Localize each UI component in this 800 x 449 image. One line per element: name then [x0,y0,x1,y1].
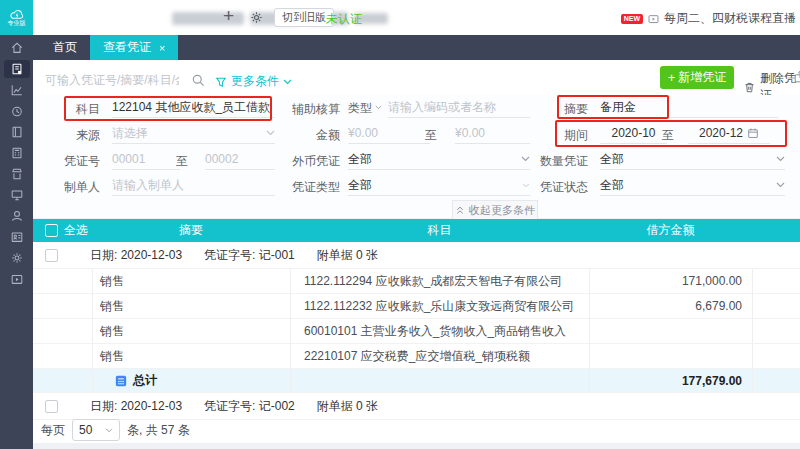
table-header: 全选 摘要 科目 借方金额 [33,219,800,242]
contacts-icon [10,230,24,244]
amount-to-field[interactable]: ¥0.00 [455,123,530,144]
select-all-checkbox[interactable] [45,224,58,237]
cell-summary: 销售 [92,319,290,343]
sidebar-item-invoice[interactable] [4,144,30,162]
top-bar: 专业版 + 切到旧版 未认证 NEW 每周二、四财税课程直播 [0,0,800,35]
voucher-group-header[interactable]: 日期: 2020-12-03凭证字号: 记-001附单据 0 张 [33,242,800,269]
sidebar-item-voucher[interactable] [4,60,30,78]
qty-voucher-dropdown[interactable]: 全部 [600,149,785,170]
add-account-button[interactable]: + [223,5,234,27]
voucher-table: 全选 摘要 科目 借方金额 日期: 2020-12-03凭证字号: 记-001附… [33,219,800,420]
cell-debit [589,319,752,343]
sidebar-item-tax[interactable] [4,165,30,183]
footer-strip [33,443,800,449]
pagination: 每页 50 条, 共 57 条 [33,418,190,442]
cell-subject: 1122.112294 应收账款_成都宏天智电子有限公司 [290,269,589,293]
tutorial-icon [10,272,24,286]
unverified-status[interactable]: 未认证 [326,11,362,28]
cell-debit: 6,679.00 [589,294,752,318]
subject-field[interactable]: 122104 其他应收款_员工借款 [112,97,275,118]
switch-to-old-version-button[interactable]: 切到旧版 [274,8,334,27]
source-label: 来源 [33,127,100,144]
voucher-icon [10,62,24,76]
group-voucher-no: 凭证字号: 记-002 [204,398,295,415]
row-checkbox[interactable] [45,249,58,262]
settings-icon [10,251,24,265]
salary-icon [10,209,24,223]
reports-icon [10,83,24,97]
funnel-icon [215,76,227,88]
header-summary: 摘要 [92,222,290,239]
voucherno-to-field[interactable]: 00002 [205,149,275,170]
voucher-table-body: 日期: 2020-12-03凭证字号: 记-001附单据 0 张销售1122.1… [33,242,800,420]
cell-subject: 60010101 主营业务收入_货物收入_商品销售收入 [290,319,589,343]
sidebar-item-home[interactable] [4,39,30,57]
amount-label: 金额 [273,127,340,144]
cell-summary: 销售 [92,344,290,368]
total-count-label: 条, 共 57 条 [127,422,190,439]
calendar-icon[interactable] [747,127,759,139]
page-size-select[interactable]: 50 [72,419,120,441]
voucher-line-row[interactable]: 销售1122.112232 应收账款_乐山康文致远商贸有限公司6,679.00 [33,294,800,319]
filter-panel: 科目 122104 其他应收款_员工借款 辅助核算 类型 请输入编码或者名称 摘… [33,95,800,219]
sidebar-nav [0,35,33,449]
total-debit-value: 177,679.00 [589,369,752,392]
sidebar-item-settings[interactable] [4,249,30,267]
export-icon[interactable] [793,70,800,84]
vtype-label: 凭证类型 [273,179,340,196]
foreign-dropdown[interactable]: 全部 [348,149,530,170]
sidebar-item-assets[interactable] [4,186,30,204]
books-icon [10,125,24,139]
sidebar-item-contacts[interactable] [4,228,30,246]
tab-home[interactable]: 首页 [40,35,90,60]
group-date: 日期: 2020-12-03 [90,247,182,264]
sidebar-item-books[interactable] [4,123,30,141]
preparer-label: 制单人 [33,179,100,196]
close-tab-icon[interactable]: × [159,42,165,54]
voucher-line-row[interactable]: 销售22210107 应交税费_应交增值税_销项税额 [33,344,800,369]
add-voucher-button[interactable]: + 新增凭证 [660,66,734,89]
tab-bar: 首页 查看凭证 × [0,35,800,60]
row-checkbox[interactable] [45,400,58,413]
search-icon[interactable] [191,73,206,88]
trash-icon [743,81,756,94]
voucher-group-header[interactable]: 日期: 2020-12-03凭证字号: 记-002附单据 0 张 [33,393,800,420]
sidebar-item-tutorial[interactable] [4,270,30,288]
group-voucher-no: 凭证字号: 记-001 [204,247,295,264]
voucher-line-row[interactable]: 销售60010101 主营业务收入_货物收入_商品销售收入 [33,319,800,344]
live-course-link[interactable]: NEW 每周二、四财税课程直播 [621,10,796,27]
sidebar-item-reports[interactable] [4,81,30,99]
period-to-field[interactable]: 2020-12 [688,123,770,144]
search-input[interactable]: 可输入凭证号/摘要/科目/金额... [45,72,179,96]
status-dropdown[interactable]: 全部 [600,175,785,196]
qty-voucher-label: 数量凭证 [521,153,588,170]
aux-code-field[interactable]: 请输入编码或者名称 [388,97,530,118]
vtype-dropdown[interactable]: 全部 [348,175,530,196]
subject-label: 科目 [33,101,100,118]
per-page-label: 每页 [41,422,65,439]
status-label: 凭证状态 [521,179,588,196]
gear-icon[interactable] [249,10,264,25]
group-date: 日期: 2020-12-03 [90,398,182,415]
summary-label: 摘要 [521,101,588,118]
new-badge: NEW [621,14,643,24]
cell-debit [589,344,752,368]
cell-subject: 1122.112232 应收账款_乐山康文致远商贸有限公司 [290,294,589,318]
voucherno-label: 凭证号 [33,153,100,170]
aux-type-dropdown[interactable]: 类型 [348,97,382,118]
sidebar-item-funds[interactable] [4,102,30,120]
more-filters-toggle[interactable]: 更多条件 [215,73,292,90]
preparer-field[interactable]: 请输入制单人 [112,175,275,196]
cell-summary: 销售 [92,294,290,318]
voucher-line-row[interactable]: 销售1122.112294 应收账款_成都宏天智电子有限公司171,000.00 [33,269,800,294]
source-dropdown[interactable]: 请选择 [112,123,275,144]
app-logo[interactable]: 专业版 [0,0,33,35]
tab-view-voucher[interactable]: 查看凭证 × [90,35,178,60]
collapse-filters-button[interactable]: 收起更多条件 [452,200,538,219]
group-total-row: 总计177,679.00 [33,369,800,393]
sidebar-item-salary[interactable] [4,207,30,225]
cell-subject: 22210107 应交税费_应交增值税_销项税额 [290,344,589,368]
chevron-down-icon [283,79,292,85]
plus-icon: + [668,71,676,84]
summary-field[interactable]: 备用金 [600,97,778,118]
